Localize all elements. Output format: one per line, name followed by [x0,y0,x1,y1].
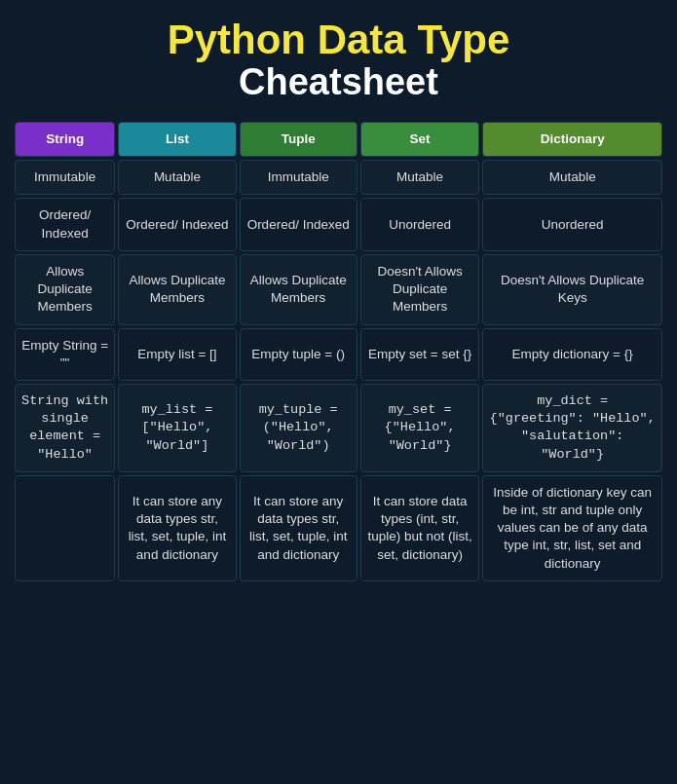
cell-row1-string: Ordered/ Indexed [15,198,115,250]
header-row: String List Tuple Set Dictionary [15,122,662,157]
header-dict: Dictionary [482,122,662,157]
cell-row2-tuple: Allows Duplicate Members [240,254,357,325]
cell-row0-string: Immutable [15,160,115,195]
cell-row2-dict: Doesn't Allows Duplicate Keys [482,254,662,325]
header-string: String [15,122,115,157]
cell-row0-list: Mutable [118,160,236,195]
table-row: Empty String = ""Empty list = []Empty tu… [15,328,662,381]
cell-row1-list: Ordered/ Indexed [118,198,236,250]
cell-row4-dict: my_dict = {"greeting": "Hello", "salutat… [482,384,662,472]
title-line2: Cheatsheet [168,62,510,103]
header-tuple: Tuple [240,122,357,157]
cell-row3-string: Empty String = "" [15,328,115,381]
cell-row2-set: Doesn't Allows Duplicate Members [360,254,480,325]
page-title: Python Data Type Cheatsheet [168,18,510,103]
cell-row5-set: It can store data types (int, str, tuple… [360,475,480,581]
cell-row5-list: It can store any data types str, list, s… [118,475,236,581]
cell-row5-string [15,475,115,581]
table-row: It can store any data types str, list, s… [15,475,662,581]
cheatsheet-table: String List Tuple Set Dictionary Immutab… [12,119,665,584]
cell-row1-tuple: Ordered/ Indexed [240,198,357,250]
cell-row2-string: Allows Duplicate Members [15,254,115,325]
cell-row4-string: String with single element = "Hello" [15,384,115,472]
cell-row3-list: Empty list = [] [118,328,236,381]
cell-row4-set: my_set = {"Hello", "World"} [360,384,480,472]
cell-row5-tuple: It can store any data types str, list, s… [240,475,357,581]
cell-row0-tuple: Immutable [240,160,357,195]
cell-row3-dict: Empty dictionary = {} [482,328,662,381]
table-row: String with single element = "Hello"my_l… [15,384,662,472]
cell-row3-tuple: Empty tuple = () [240,328,357,381]
cell-row4-list: my_list = ["Hello", "World"] [118,384,236,472]
cell-row5-dict: Inside of dictionary key can be int, str… [482,475,662,581]
header-set: Set [360,122,480,157]
cell-row0-dict: Mutable [482,160,662,195]
cell-row1-set: Unordered [360,198,480,250]
cell-row4-tuple: my_tuple = ("Hello", "World") [240,384,357,472]
cell-row0-set: Mutable [360,160,480,195]
table-row: Allows Duplicate MembersAllows Duplicate… [15,254,662,325]
cell-row3-set: Empty set = set {} [360,328,480,381]
table-row: ImmutableMutableImmutableMutableMutable [15,160,662,195]
title-line1: Python Data Type [168,18,510,62]
cell-row2-list: Allows Duplicate Members [118,254,236,325]
cell-row1-dict: Unordered [482,198,662,250]
header-list: List [118,122,236,157]
table-row: Ordered/ IndexedOrdered/ IndexedOrdered/… [15,198,662,250]
